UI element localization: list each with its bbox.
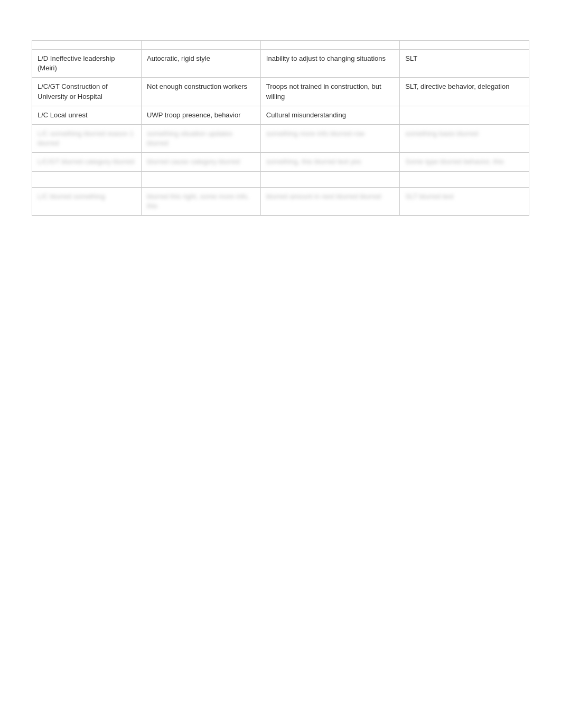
symptom-cell: L/C Local unrest [32, 106, 142, 124]
symptom-cell: L/C something blurred reason 1 blurred [32, 124, 142, 152]
surface-cause-cell: blurred this right, some more info, this [142, 187, 261, 215]
empty-cell [142, 171, 261, 187]
col-header-underlying [260, 41, 399, 50]
underlying-cause-cell: something, this blurred text yes [260, 153, 399, 171]
empty-cell [32, 171, 142, 187]
underlying-cause-cell: blurred amount in next blurred blurred [260, 187, 399, 215]
theoretical-basis-cell [400, 106, 529, 124]
symptom-cell: L/C/GT blurred category blurred [32, 153, 142, 171]
surface-cause-cell: Not enough construction workers [142, 78, 261, 106]
col-header-symptom [32, 41, 142, 50]
symptom-cell: L/D Ineffective leadership (Meiri) [32, 50, 142, 78]
symptom-cell: L/C blurred something [32, 187, 142, 215]
theoretical-basis-cell: SLT blurred text [400, 187, 529, 215]
table-row: L/C blurred somethingblurred this right,… [32, 187, 529, 215]
theoretical-basis-cell: Some type blurred behavior, this [400, 153, 529, 171]
table-row: L/D Ineffective leadership (Meiri)Autocr… [32, 50, 529, 78]
document-container: L/D Ineffective leadership (Meiri)Autocr… [32, 37, 529, 216]
underlying-cause-cell: something more info blurred row [260, 124, 399, 152]
table-row: L/C/GT blurred category blurredblurred c… [32, 153, 529, 171]
surface-cause-cell: UWP troop presence, behavior [142, 106, 261, 124]
surface-cause-cell: blurred cause category blurred [142, 153, 261, 171]
underlying-cause-cell: Cultural misunderstanding [260, 106, 399, 124]
surface-cause-cell: Autocratic, rigid style [142, 50, 261, 78]
table-row: L/C something blurred reason 1 blurredso… [32, 124, 529, 152]
empty-cell [260, 171, 399, 187]
analysis-table: L/D Ineffective leadership (Meiri)Autocr… [32, 40, 529, 216]
empty-cell [400, 171, 529, 187]
theoretical-basis-cell: SLT [400, 50, 529, 78]
table-row [32, 171, 529, 187]
table-row: L/C Local unrestUWP troop presence, beha… [32, 106, 529, 124]
col-header-surface [142, 41, 261, 50]
table-row: L/C/GT Construction of University or Hos… [32, 78, 529, 106]
surface-cause-cell: something situation updates blurred [142, 124, 261, 152]
theoretical-basis-cell: SLT, directive behavior, delegation [400, 78, 529, 106]
underlying-cause-cell: Troops not trained in construction, but … [260, 78, 399, 106]
underlying-cause-cell: Inability to adjust to changing situatio… [260, 50, 399, 78]
col-header-theoretical [400, 41, 529, 50]
table-header-row [32, 41, 529, 50]
symptom-cell: L/C/GT Construction of University or Hos… [32, 78, 142, 106]
theoretical-basis-cell: something basis blurred [400, 124, 529, 152]
